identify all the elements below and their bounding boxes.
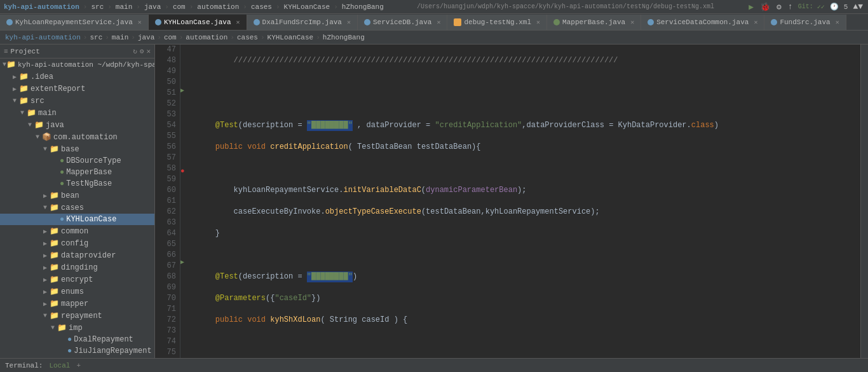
terminal-value[interactable]: Local [49,362,70,369]
tab-debug-testNg[interactable]: debug-testNg.xml ✕ [447,15,547,30]
tab-ServiceDataCommon[interactable]: ServiceDataCommon.java ✕ [641,15,764,30]
sidebar-item-KYHLoanCase[interactable]: ▶ ● KYHLoanCase [0,214,154,225]
sidebar-item-base[interactable]: ▼ 📁 base [0,143,154,155]
tab-close-icon[interactable]: ✕ [437,18,440,26]
sidebar-item-MapperBase[interactable]: ▶ ● MapperBase [0,167,154,178]
breadcrumb-bar: kyh-api-automation › src › main › java ›… [0,31,868,45]
run-icon[interactable]: ▶ [749,2,754,12]
root-label: kyh-api-automation ~/wdph/kyh-spacce [18,61,155,69]
sidebar-item-src[interactable]: ▼ 📁 src [0,95,154,107]
sidebar-label: JiuJiangRepayment [74,347,151,355]
sidebar-label: .idea [31,72,53,81]
project-label: Project [11,48,40,55]
project-name[interactable]: kyh-api-automation [4,3,79,11]
breadcrumb-KYHLoanCase[interactable]: KYHLoanCase [268,34,314,41]
tab-close-icon[interactable]: ✕ [836,18,839,26]
tab-MapperBase[interactable]: MapperBase.java ✕ [547,15,641,30]
sidebar-item-common[interactable]: ▶ 📁 common [0,225,154,237]
breadcrumb-src[interactable]: src [90,34,102,41]
sidebar-label: MapperBase [66,168,112,177]
sidebar-label: base [61,145,79,154]
tab-KYHLoanCase[interactable]: KYHLoanCase.java ✕ [149,15,247,30]
breadcrumb-hZhongBang[interactable]: hZhongBang [323,34,365,41]
sidebar-item-bean[interactable]: ▶ 📁 bean [0,189,154,202]
build-icon[interactable]: ⚙ [776,2,782,12]
tab-kyhLoanRepaymentService[interactable]: KyhLoanRepaymentService.java ✕ [0,15,149,30]
sidebar-label: encrypt [61,275,93,284]
tab-close-icon[interactable]: ✕ [138,18,142,26]
clock-icon: 🕐 [830,3,839,11]
tab-close-icon[interactable]: ✕ [630,18,634,26]
add-terminal-icon[interactable]: + [76,362,81,369]
sidebar-label: config [61,239,88,248]
sidebar-item-dataprovider[interactable]: ▶ 📁 dataprovider [0,249,154,261]
breadcrumb-java[interactable]: java [138,34,154,41]
breadcrumb-com[interactable]: com [164,34,177,41]
sidebar-label: imp [69,324,83,333]
tab-DxalFundSrcImp[interactable]: DxalFundSrcImp.java ✕ [247,15,358,30]
sidebar-item-DxalRepayment[interactable]: ▶ ● DxalRepayment [0,334,154,345]
sidebar-item-TestNgBase[interactable]: ▶ ● TestNgBase [0,178,154,189]
top-bar: kyh-api-automation › src › main › java ›… [0,0,868,14]
sidebar-label: main [38,109,57,118]
expand-icon[interactable]: ▲▼ [853,2,863,11]
top-path-java: java [144,3,161,11]
sidebar-item-cases[interactable]: ▼ 📁 cases [0,202,154,214]
sidebar-item-mapper[interactable]: ▶ 📁 mapper [0,298,154,310]
sidebar-item-extentReport[interactable]: ▶ 📁 extentReport [0,83,154,95]
file-path: /Users/huangjun/wdph/kyh-spacce/kyh/kyh-… [417,3,714,10]
sidebar-root[interactable]: ▼ 📁 kyh-api-automation ~/wdph/kyh-spacce [0,59,154,71]
sidebar-label: bean [61,191,79,200]
breadcrumb-project[interactable]: kyh-api-automation [5,34,81,41]
tab-FundSrc[interactable]: FundSrc.java ✕ [764,15,846,30]
sidebar-item-dingding[interactable]: ▶ 📁 dingding [0,261,154,273]
sidebar-item-java[interactable]: ▼ 📁 java [0,119,154,131]
debug-icon[interactable]: 🐞 [760,2,770,12]
breadcrumb-main[interactable]: main [112,34,128,41]
sidebar-item-JiuJiangRepayment[interactable]: ▶ ● JiuJiangRepayment [0,345,154,357]
top-path-src: src [91,3,104,11]
project-toolbar-icon[interactable]: ≡ [4,48,8,55]
breadcrumb-cases[interactable]: cases [237,34,258,41]
right-panel [860,45,868,358]
sidebar-label: DxalRepayment [74,335,133,344]
code-editor[interactable]: 47 48 49 50 51 52 53 54 55 56 57 58 59 6… [155,45,860,358]
sidebar-label: com.automation [53,133,118,142]
tab-ServiceDB[interactable]: ServiceDB.java ✕ [358,15,447,30]
sidebar-item-imp[interactable]: ▼ 📁 imp [0,322,154,334]
tab-close-icon[interactable]: ✕ [347,18,351,26]
run-marker-51: ▶ [180,85,192,95]
sidebar-label: common [61,227,88,236]
sidebar-item-RepaymentBase[interactable]: ▶ ● RepaymentBase [0,357,154,358]
breakpoint-59[interactable]: ● [180,166,192,176]
breadcrumb-automation[interactable]: automation [186,34,227,41]
sidebar-item-enums[interactable]: ▶ 📁 enums [0,286,154,298]
sidebar-item-repayment[interactable]: ▼ 📁 repayment [0,310,154,322]
hide-icon[interactable]: ✕ [146,47,151,55]
tab-close-icon[interactable]: ✕ [536,18,540,26]
sidebar-item-main[interactable]: ▼ 📁 main [0,107,154,119]
top-path-cases: cases [251,3,272,11]
sync-icon[interactable]: ↻ [133,47,137,55]
sidebar-item-DBSourceType[interactable]: ▶ ● DBSourceType [0,155,154,167]
breadcrumb-sep: › [83,3,88,11]
tab-label: ServiceDB.java [373,18,431,26]
top-path-main: main [116,3,132,11]
sidebar-item-com-automation[interactable]: ▼ 📦 com.automation [0,131,154,143]
sidebar-label: KYHLoanCase [66,215,116,224]
settings-icon[interactable]: ⚙ [140,47,144,55]
code-text[interactable]: ////////////////////////////////////////… [192,45,860,358]
tab-label: ServiceDataCommon.java [656,18,749,26]
bottom-bar: Terminal: Local + [0,358,868,372]
sidebar-item-idea[interactable]: ▶ 📁 .idea [0,71,154,83]
sidebar-item-config[interactable]: ▶ 📁 config [0,237,154,249]
tab-close-icon[interactable]: ✕ [236,18,240,26]
sidebar-label: extentReport [31,85,85,93]
sidebar-item-encrypt[interactable]: ▶ 📁 encrypt [0,273,154,286]
sidebar-label: cases [61,203,84,212]
sidebar-label: TestNgBase [66,179,112,188]
tab-close-icon[interactable]: ✕ [754,18,757,26]
vcs-icon[interactable]: ↑ [788,2,793,11]
checkmarks: ✓✓ [817,3,825,11]
sidebar-label: DBSourceType [66,156,121,165]
